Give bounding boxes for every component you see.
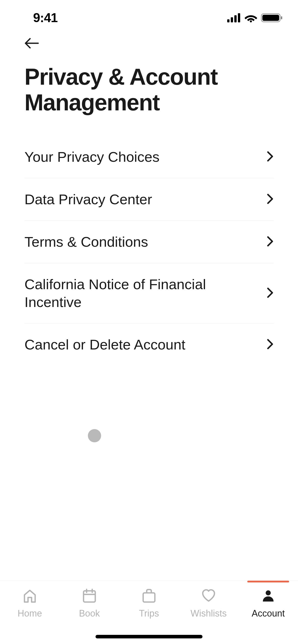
tab-wishlists[interactable]: Wishlists [179, 587, 238, 619]
svg-rect-1 [231, 17, 233, 22]
tab-label: Wishlists [191, 608, 227, 619]
tab-label: Trips [139, 608, 159, 619]
menu-item-label: California Notice of Financial Incentive [24, 275, 228, 311]
home-icon [21, 587, 38, 605]
tab-home[interactable]: Home [0, 587, 60, 619]
menu-item-cancel-delete-account[interactable]: Cancel or Delete Account [24, 324, 274, 366]
heart-icon [200, 587, 217, 605]
menu-item-label: Your Privacy Choices [24, 148, 159, 166]
calendar-icon [81, 587, 98, 605]
menu-item-label: Cancel or Delete Account [24, 336, 185, 354]
menu-item-privacy-choices[interactable]: Your Privacy Choices [24, 136, 274, 178]
menu-item-label: Terms & Conditions [24, 233, 148, 251]
back-arrow-icon [24, 38, 39, 49]
wifi-icon [245, 13, 257, 22]
menu-item-california-notice[interactable]: California Notice of Financial Incentive [24, 263, 274, 324]
tab-active-indicator [247, 581, 289, 582]
person-icon [260, 587, 277, 605]
svg-rect-2 [234, 15, 237, 22]
menu-list: Your Privacy Choices Data Privacy Center… [0, 115, 298, 366]
svg-rect-6 [262, 15, 279, 21]
tab-account[interactable]: Account [238, 587, 298, 619]
page-title: Privacy & Account Management [0, 49, 298, 115]
svg-rect-12 [143, 593, 155, 602]
svg-point-4 [250, 20, 252, 22]
cellular-signal-icon [227, 13, 241, 22]
svg-point-13 [266, 590, 271, 595]
briefcase-icon [141, 587, 157, 605]
tab-trips[interactable]: Trips [119, 587, 179, 619]
tab-label: Book [79, 608, 100, 619]
home-indicator[interactable] [96, 635, 202, 638]
tab-book[interactable]: Book [60, 587, 119, 619]
tab-label: Home [18, 608, 42, 619]
tab-label: Account [252, 608, 285, 619]
touch-indicator [88, 429, 101, 442]
chevron-right-icon [267, 194, 274, 205]
chevron-right-icon [267, 339, 274, 350]
back-button[interactable] [0, 28, 298, 49]
menu-item-label: Data Privacy Center [24, 191, 152, 208]
chevron-right-icon [267, 287, 274, 299]
status-indicators [227, 13, 283, 23]
svg-rect-3 [238, 13, 240, 22]
tab-bar: Home Book Trips Wishlists [0, 580, 298, 644]
svg-rect-7 [281, 16, 282, 19]
chevron-right-icon [267, 236, 274, 248]
svg-rect-0 [227, 19, 229, 22]
status-bar: 9:41 [0, 0, 298, 28]
menu-item-terms-conditions[interactable]: Terms & Conditions [24, 221, 274, 263]
status-time: 9:41 [33, 10, 58, 25]
chevron-right-icon [267, 151, 274, 163]
battery-icon [261, 13, 283, 23]
menu-item-data-privacy-center[interactable]: Data Privacy Center [24, 178, 274, 221]
svg-rect-8 [84, 591, 95, 602]
